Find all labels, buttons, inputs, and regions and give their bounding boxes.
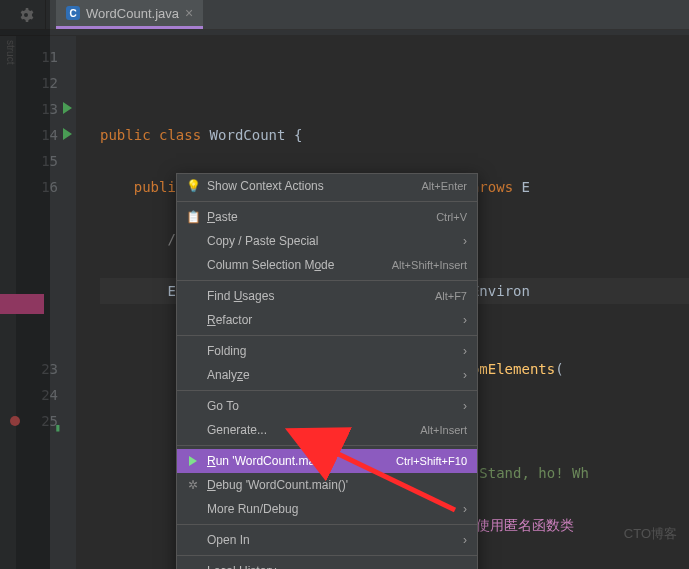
run-gutter-icon[interactable] [63, 128, 72, 140]
breakpoint-icon[interactable] [10, 416, 20, 426]
chevron-right-icon: › [463, 313, 467, 327]
menu-item-generate[interactable]: Generate... Alt+Insert [177, 418, 477, 442]
run-icon [189, 456, 197, 466]
bulb-icon: 💡 [183, 179, 203, 193]
menu-item-find-usages[interactable]: Find Usages Alt+F7 [177, 284, 477, 308]
menu-item-analyze[interactable]: Analyze › [177, 363, 477, 387]
chevron-right-icon: › [463, 564, 467, 569]
menu-item-paste[interactable]: 📋 Paste Ctrl+V [177, 205, 477, 229]
chevron-right-icon: › [463, 399, 467, 413]
error-stripe [0, 294, 44, 314]
bookmark-icon: ▮ [54, 415, 61, 441]
java-class-icon: C [66, 6, 80, 20]
bug-icon: ✲ [183, 478, 203, 492]
chevron-right-icon: › [463, 234, 467, 248]
file-tab[interactable]: C WordCount.java × [56, 0, 203, 29]
menu-item-goto[interactable]: Go To › [177, 394, 477, 418]
close-icon[interactable]: × [185, 5, 193, 21]
gear-icon[interactable] [6, 0, 46, 29]
paste-icon: 📋 [183, 210, 203, 224]
menu-item-debug[interactable]: ✲ Debug 'WordCount.main()' [177, 473, 477, 497]
tab-bar: C WordCount.java × [0, 0, 689, 30]
menu-item-open-in[interactable]: Open In › [177, 528, 477, 552]
chevron-right-icon: › [463, 368, 467, 382]
context-menu: 💡 Show Context Actions Alt+Enter 📋 Paste… [176, 173, 478, 569]
menu-item-run[interactable]: Run 'WordCount.main()' Ctrl+Shift+F10 [177, 449, 477, 473]
menu-item-refactor[interactable]: Refactor › [177, 308, 477, 332]
menu-item-copy-paste-special[interactable]: Copy / Paste Special › [177, 229, 477, 253]
watermark: CTO博客 [624, 525, 677, 543]
run-gutter-icon[interactable] [63, 102, 72, 114]
menu-item-more-run-debug[interactable]: More Run/Debug › [177, 497, 477, 521]
chevron-right-icon: › [463, 502, 467, 516]
menu-item-folding[interactable]: Folding › [177, 339, 477, 363]
chevron-right-icon: › [463, 533, 467, 547]
chevron-right-icon: › [463, 344, 467, 358]
file-tab-label: WordCount.java [86, 6, 179, 21]
menu-item-column-selection[interactable]: Column Selection Mode Alt+Shift+Insert [177, 253, 477, 277]
menu-item-show-context-actions[interactable]: 💡 Show Context Actions Alt+Enter [177, 174, 477, 198]
lbl-text: aste [215, 210, 238, 224]
menu-item-local-history[interactable]: Local History › [177, 559, 477, 569]
